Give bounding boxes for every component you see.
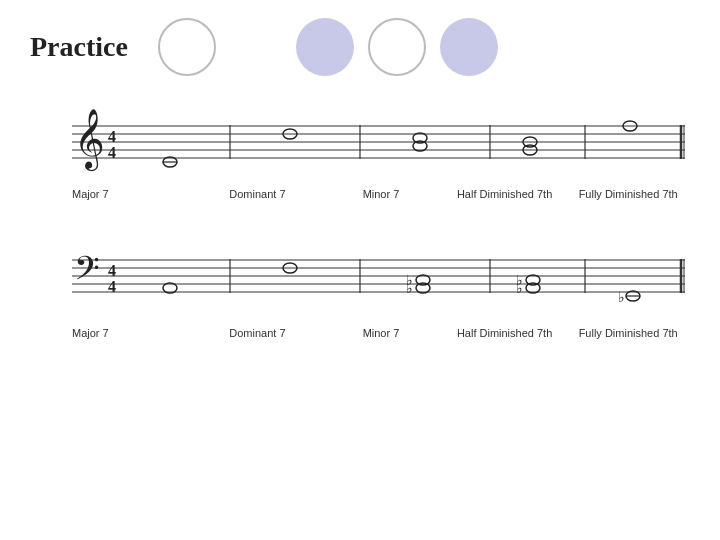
circle-2 bbox=[296, 18, 354, 76]
notation-container: 𝄞 4 4 bbox=[0, 86, 720, 339]
circle-4 bbox=[440, 18, 498, 76]
circles-group bbox=[296, 18, 498, 76]
header: Practice bbox=[0, 0, 720, 86]
treble-staff-svg: 𝄞 4 4 bbox=[30, 96, 690, 186]
svg-text:4: 4 bbox=[108, 278, 116, 295]
svg-text:4: 4 bbox=[108, 262, 116, 279]
svg-text:𝄢: 𝄢 bbox=[74, 250, 100, 295]
svg-text:♭: ♭ bbox=[618, 290, 625, 305]
page-title: Practice bbox=[30, 31, 128, 63]
treble-staff-row: 𝄞 4 4 bbox=[30, 96, 690, 200]
bass-label-row: Major 7 Dominant 7 Minor 7 Half Diminish… bbox=[30, 327, 690, 339]
bass-label-fulldim7: Fully Diminished 7th bbox=[566, 327, 690, 339]
treble-label-fulldim7: Fully Diminished 7th bbox=[566, 188, 690, 200]
circle-3 bbox=[368, 18, 426, 76]
bass-label-major7: Major 7 bbox=[72, 327, 196, 339]
treble-label-dom7: Dominant 7 bbox=[196, 188, 320, 200]
treble-label-halfdim7: Half Diminished 7th bbox=[443, 188, 567, 200]
treble-label-row: Major 7 Dominant 7 Minor 7 Half Diminish… bbox=[30, 188, 690, 200]
svg-text:𝄞: 𝄞 bbox=[74, 109, 105, 172]
bass-label-minor7: Minor 7 bbox=[319, 327, 443, 339]
svg-text:♭: ♭ bbox=[406, 281, 413, 296]
svg-text:♭: ♭ bbox=[516, 281, 523, 296]
bass-label-dom7: Dominant 7 bbox=[196, 327, 320, 339]
bass-staff-svg: 𝄢 4 4 ♭ ♭ ♭ ♭ bbox=[30, 230, 690, 325]
bass-label-halfdim7: Half Diminished 7th bbox=[443, 327, 567, 339]
treble-label-minor7: Minor 7 bbox=[319, 188, 443, 200]
svg-text:4: 4 bbox=[108, 128, 116, 145]
bass-staff-row: 𝄢 4 4 ♭ ♭ ♭ ♭ bbox=[30, 230, 690, 339]
svg-text:4: 4 bbox=[108, 144, 116, 161]
circle-1 bbox=[158, 18, 216, 76]
treble-label-major7: Major 7 bbox=[72, 188, 196, 200]
